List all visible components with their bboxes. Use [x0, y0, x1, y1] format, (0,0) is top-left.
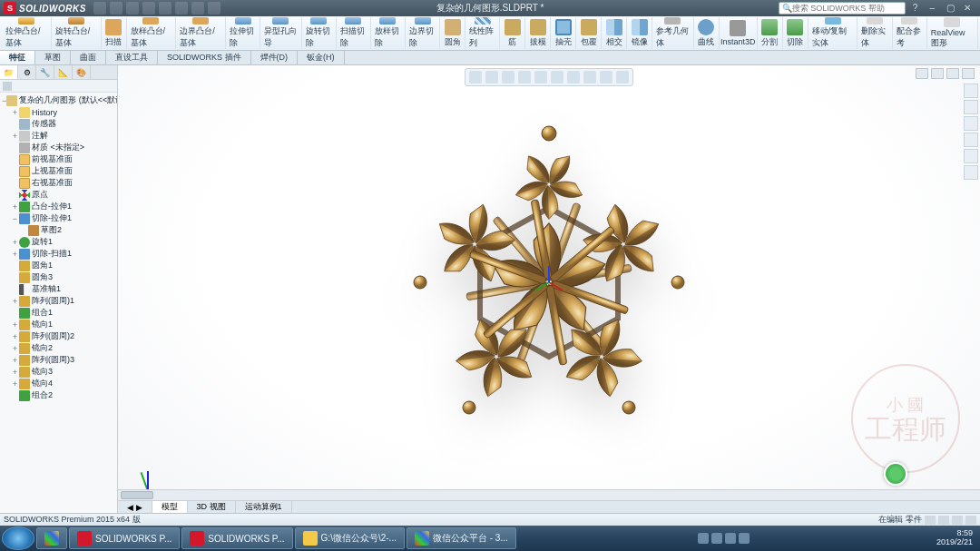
tree-toggle-icon[interactable]: +	[11, 132, 19, 141]
tree-item-13[interactable]: 圆角1	[0, 260, 117, 271]
ribbon-cut-button[interactable]: 旋转切除	[302, 17, 337, 49]
ribbon-mirror-button[interactable]: 镜像	[627, 17, 652, 49]
view-triad[interactable]	[129, 455, 165, 491]
qat-new-icon[interactable]	[93, 2, 106, 15]
minimize-icon[interactable]: –	[929, 3, 942, 14]
status-ime-icon[interactable]	[925, 516, 936, 525]
ribbon-geom-button[interactable]: 参考几何体	[652, 17, 693, 49]
graphics-viewport[interactable]: 小 國 工程师 ◀ ▶模型3D 视图运动算例1	[118, 65, 980, 513]
qat-undo-icon[interactable]	[159, 2, 172, 15]
status-custom-icon[interactable]	[952, 516, 963, 525]
ribbon-curve-button[interactable]: 曲线	[694, 17, 720, 49]
tree-toggle-icon[interactable]: +	[11, 344, 19, 353]
vp-split-icon[interactable]	[916, 68, 928, 79]
tree-toggle-icon[interactable]: +	[11, 250, 19, 259]
cmdtab-4[interactable]: SOLIDWORKS 插件	[158, 51, 251, 64]
tree-item-7[interactable]: 原点	[0, 189, 117, 201]
ribbon-rib-button[interactable]: 拔模	[525, 17, 551, 49]
qat-options-icon[interactable]	[208, 2, 220, 15]
status-units-icon[interactable]	[938, 516, 949, 525]
property-manager-tab-icon[interactable]: ⚙	[18, 65, 36, 79]
tree-item-4[interactable]: 前视基准面	[0, 153, 117, 165]
tree-toggle-icon[interactable]: +	[11, 332, 19, 341]
qat-print-icon[interactable]	[142, 2, 155, 15]
tree-toggle-icon[interactable]: +	[11, 202, 19, 212]
system-clock[interactable]: 8:59 2019/2/21	[936, 529, 978, 547]
tree-root[interactable]: −复杂的几何图形 (默认<<默认...	[0, 94, 117, 106]
ribbon-instant-button[interactable]: Instant3D	[720, 17, 758, 49]
cmdtab-3[interactable]: 直设工具	[106, 51, 158, 64]
qat-rebuild-icon[interactable]	[191, 2, 204, 15]
ribbon-mirror-button[interactable]: 相交	[602, 17, 627, 49]
tree-toggle-icon[interactable]: −	[11, 214, 19, 223]
close-icon[interactable]: ✕	[964, 3, 976, 14]
taskbar-item-4[interactable]: 微信公众平台 - 3...	[407, 527, 516, 549]
tree-item-16[interactable]: +阵列(圆周)1	[0, 295, 117, 307]
prev-view-icon[interactable]	[502, 71, 514, 84]
tree-toggle-icon[interactable]: +	[11, 297, 19, 306]
taskpane-resources-icon[interactable]	[964, 84, 978, 98]
ribbon-split-button[interactable]: 分割	[758, 17, 783, 49]
qat-redo-icon[interactable]	[175, 2, 188, 15]
zoom-fit-icon[interactable]	[469, 71, 482, 84]
ribbon-plain-button[interactable]: 删除实体	[858, 17, 892, 49]
tree-item-20[interactable]: +镜向2	[0, 342, 117, 354]
scrollbar-thumb[interactable]	[121, 491, 153, 499]
taskbar-item-0[interactable]	[36, 527, 67, 549]
tree-item-9[interactable]: −切除-拉伸1	[0, 212, 117, 224]
view-tab-2[interactable]: 运动算例1	[236, 501, 292, 513]
tree-item-10[interactable]: 草图2	[0, 224, 117, 236]
display-manager-tab-icon[interactable]: 🎨	[73, 65, 91, 79]
tree-item-22[interactable]: +镜向3	[0, 366, 117, 378]
ribbon-shell-button[interactable]: 抽壳	[551, 17, 576, 49]
taskbar-item-1[interactable]: SOLIDWORKS P...	[69, 527, 180, 549]
zoom-area-icon[interactable]	[485, 71, 498, 84]
tree-item-2[interactable]: +注解	[0, 130, 117, 142]
tree-item-15[interactable]: 基准轴1	[0, 283, 117, 295]
taskbar-item-2[interactable]: SOLIDWORKS P...	[181, 527, 292, 549]
tree-item-5[interactable]: 上视基准面	[0, 165, 117, 177]
tree-item-1[interactable]: 传感器	[0, 118, 117, 130]
taskpane-appearance-icon[interactable]	[964, 149, 978, 163]
ribbon-split-button[interactable]: 切除	[783, 17, 808, 49]
tray-icons[interactable]	[698, 533, 750, 544]
tray-vol-icon[interactable]	[725, 533, 736, 544]
cmdtab-0[interactable]: 特征	[0, 51, 35, 64]
ribbon-cut-button[interactable]: 扫描切除	[337, 17, 371, 49]
ribbon-rib-button[interactable]: 筋	[500, 17, 525, 49]
ribbon-move-button[interactable]: 移动/复制实体	[808, 17, 858, 49]
ribbon-cut-button[interactable]: 异型孔向导	[260, 17, 301, 49]
tree-item-11[interactable]: +旋转1	[0, 236, 117, 248]
edit-appearance-icon[interactable]	[583, 71, 596, 84]
view-orient-icon[interactable]	[534, 71, 547, 84]
dim-manager-tab-icon[interactable]: 📐	[54, 65, 73, 79]
ribbon-rib-button[interactable]: 包覆	[576, 17, 602, 49]
maximize-icon[interactable]: ▢	[946, 3, 959, 14]
tree-item-14[interactable]: 圆角3	[0, 271, 117, 283]
tree-toggle-icon[interactable]: +	[11, 379, 19, 389]
ribbon-plain-button[interactable]: 配合参考	[893, 17, 927, 49]
ribbon-revolve-button[interactable]: 旋转凸台/基体	[52, 17, 102, 49]
config-manager-tab-icon[interactable]: 🔧	[36, 65, 54, 79]
vp-min-icon[interactable]	[931, 68, 944, 79]
tree-item-19[interactable]: +阵列(圆周)2	[0, 330, 117, 342]
qat-open-icon[interactable]	[110, 2, 122, 15]
tree-item-23[interactable]: +镜向4	[0, 378, 117, 389]
ribbon-cut-button[interactable]: 放样切除	[371, 17, 406, 49]
taskpane-property-icon[interactable]	[964, 165, 978, 180]
status-ques-icon[interactable]	[965, 516, 976, 525]
vtab-nav[interactable]: ◀ ▶	[118, 501, 152, 513]
start-button[interactable]	[2, 526, 34, 550]
ribbon-sweep-button[interactable]: 扫描	[102, 17, 127, 49]
ribbon-sweep-button[interactable]: 边界凸台/基体	[176, 17, 226, 49]
tree-item-12[interactable]: +切除-扫描1	[0, 248, 117, 260]
tree-item-6[interactable]: 右视基准面	[0, 177, 117, 189]
tray-net-icon[interactable]	[711, 533, 722, 544]
tray-chevron-icon[interactable]	[739, 533, 750, 544]
help-search-input[interactable]: 🔍 搜索 SOLIDWORKS 帮助	[779, 2, 906, 15]
tree-item-17[interactable]: 组合1	[0, 307, 117, 319]
cmdtab-2[interactable]: 曲面	[71, 51, 106, 64]
qat-save-icon[interactable]	[126, 2, 139, 15]
tree-item-18[interactable]: +镜向1	[0, 319, 117, 330]
view-settings-icon[interactable]	[616, 71, 629, 84]
